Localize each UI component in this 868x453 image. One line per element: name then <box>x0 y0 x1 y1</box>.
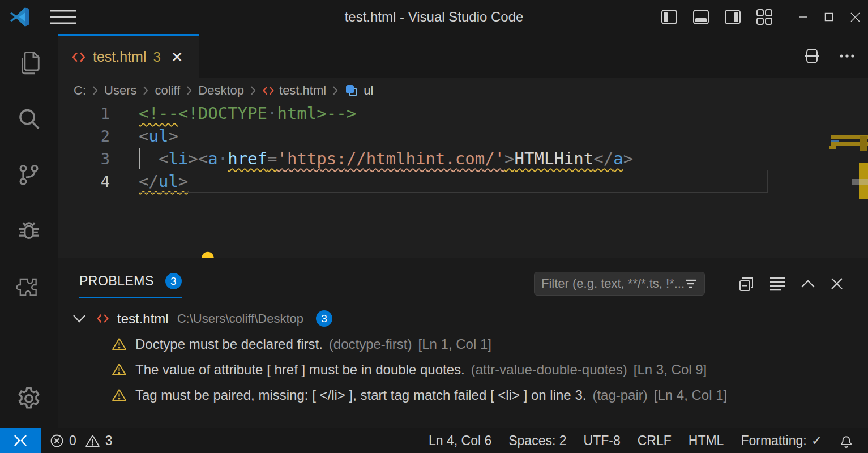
tab-test-html[interactable]: test.html 3 ✕ <box>58 34 199 78</box>
file-problems-badge: 3 <box>316 310 332 327</box>
source-control-icon[interactable] <box>0 155 58 195</box>
search-icon[interactable] <box>0 100 58 139</box>
text-cursor <box>139 148 140 169</box>
problems-panel: PROBLEMS 3 <box>58 258 868 428</box>
vscode-window: test.html - Visual Studio Code <box>0 0 868 453</box>
view-as-table-icon[interactable] <box>769 276 785 291</box>
problem-message: The value of attribute [ href ] must be … <box>135 362 465 378</box>
remote-indicator[interactable] <box>0 428 41 453</box>
cursor-position[interactable]: Ln 4, Col 6 <box>429 433 491 448</box>
warning-count: 3 <box>105 433 113 448</box>
chevron-down-icon[interactable] <box>72 314 86 323</box>
symbol-element-icon <box>344 83 359 98</box>
tab-bar: test.html 3 ✕ <box>58 34 868 78</box>
warning-icon <box>112 362 127 377</box>
breadcrumb-item[interactable]: coliff <box>155 83 180 98</box>
vscode-logo-icon[interactable] <box>8 6 32 28</box>
code-editor[interactable]: 1<!--<!DOCTYPE·html>-->2<ul>3 <li><a·hre… <box>58 102 769 258</box>
formatting-status[interactable]: Formatting: ✓ <box>741 433 822 448</box>
line-number: 4 <box>58 170 139 193</box>
problem-message: Tag must be paired, missing: [ </li> ], … <box>135 387 586 403</box>
problem-row[interactable]: The value of attribute [ href ] must be … <box>58 357 868 382</box>
editor-group: test.html 3 ✕ C:UserscoliffDesktop <box>58 34 868 258</box>
tab-close-icon[interactable]: ✕ <box>171 50 183 65</box>
problem-location: [Ln 4, Col 1] <box>654 387 727 403</box>
explorer-icon[interactable] <box>0 43 58 83</box>
warning-icon <box>85 434 100 448</box>
collapse-all-icon[interactable] <box>739 276 754 292</box>
problems-summary[interactable]: 0 3 <box>50 433 113 448</box>
encoding-setting[interactable]: UTF-8 <box>584 433 621 448</box>
problem-rule: (tag-pair) <box>592 387 647 403</box>
tab-label: test.html <box>93 49 146 65</box>
close-window-icon[interactable] <box>842 0 868 34</box>
line-number: 2 <box>58 125 139 148</box>
chevron-right-icon <box>332 84 339 97</box>
problems-file-row[interactable]: test.html C:\Users\coliff\Desktop 3 <box>58 306 868 331</box>
settings-gear-icon[interactable] <box>0 379 58 418</box>
maximize-icon[interactable] <box>816 0 842 34</box>
split-editor-icon[interactable] <box>803 48 820 65</box>
chevron-right-icon <box>250 84 256 97</box>
code-line[interactable]: 4</ul> <box>58 170 769 193</box>
code-line[interactable]: 1<!--<!DOCTYPE·html>--> <box>58 102 769 125</box>
problem-location: [Ln 1, Col 1] <box>418 336 491 352</box>
maximize-panel-icon[interactable] <box>801 279 815 288</box>
error-icon <box>50 434 64 448</box>
customize-layout-icon[interactable] <box>756 8 773 25</box>
notifications-bell-icon[interactable] <box>839 433 853 448</box>
code-lines: 1<!--<!DOCTYPE·html>-->2<ul>3 <li><a·hre… <box>58 102 769 193</box>
title-bar: test.html - Visual Studio Code <box>0 0 868 34</box>
html-file-icon <box>71 50 86 65</box>
html-file-icon <box>262 84 275 97</box>
chevron-right-icon <box>142 84 149 97</box>
toggle-primary-sidebar-icon[interactable] <box>661 8 678 25</box>
problems-tree: test.html C:\Users\coliff\Desktop 3 Doct… <box>58 306 868 408</box>
problem-message: Doctype must be declared first. <box>135 336 323 352</box>
tab-problems[interactable]: PROBLEMS 3 <box>79 273 182 298</box>
filter-icon[interactable] <box>684 277 698 290</box>
check-icon: ✓ <box>811 433 822 448</box>
problems-count-badge: 3 <box>165 273 182 289</box>
toggle-panel-icon[interactable] <box>692 8 709 25</box>
problem-row[interactable]: Tag must be paired, missing: [ </li> ], … <box>58 382 868 408</box>
breadcrumb-item[interactable]: Users <box>104 83 136 98</box>
filter-input[interactable] <box>541 276 684 291</box>
breadcrumb-file[interactable]: test.html <box>262 83 326 98</box>
chevron-right-icon <box>186 84 193 97</box>
breadcrumb-item[interactable]: C: <box>74 83 86 98</box>
run-and-debug-icon[interactable] <box>0 212 58 251</box>
language-mode[interactable]: HTML <box>689 433 724 448</box>
menu-icon[interactable] <box>50 9 76 25</box>
close-panel-icon[interactable] <box>831 277 843 290</box>
problems-filter <box>534 272 705 296</box>
eol-setting[interactable]: CRLF <box>638 433 672 448</box>
breadcrumb: C:UserscoliffDesktop test.html <box>58 78 868 103</box>
breadcrumb-item[interactable]: Desktop <box>198 83 244 98</box>
warning-icon <box>112 388 127 402</box>
code-line[interactable]: 2<ul> <box>58 125 769 147</box>
minimize-icon[interactable] <box>790 0 816 34</box>
warning-icon <box>112 337 127 351</box>
panel-header: PROBLEMS 3 <box>58 258 868 304</box>
extensions-icon[interactable] <box>0 268 58 307</box>
status-bar: 0 3 Ln 4, Col 6 Spaces: 2 UTF-8 CRLF HTM… <box>0 428 868 453</box>
problem-row[interactable]: Doctype must be declared first.(doctype-… <box>58 331 868 357</box>
line-number: 1 <box>58 102 139 125</box>
more-actions-icon[interactable] <box>839 48 856 65</box>
problem-rows: Doctype must be declared first.(doctype-… <box>58 331 868 408</box>
breadcrumb-path: C:UserscoliffDesktop <box>74 83 262 98</box>
error-count: 0 <box>69 433 76 448</box>
indentation-setting[interactable]: Spaces: 2 <box>508 433 566 448</box>
chevron-right-icon <box>92 84 99 97</box>
html-file-icon <box>96 312 109 325</box>
toggle-secondary-sidebar-icon[interactable] <box>724 8 741 25</box>
problem-rule: (doctype-first) <box>329 336 412 352</box>
line-number: 3 <box>58 148 139 170</box>
code-line[interactable]: 3 <li><a·href='https://htmlhint.com/'>HT… <box>58 147 769 170</box>
activity-bar <box>0 34 58 428</box>
breadcrumb-symbol[interactable]: ul <box>344 83 373 98</box>
tab-problems-count: 3 <box>153 49 160 65</box>
problem-location: [Ln 3, Col 9] <box>634 362 707 378</box>
overview-cursor-mark <box>852 179 868 185</box>
